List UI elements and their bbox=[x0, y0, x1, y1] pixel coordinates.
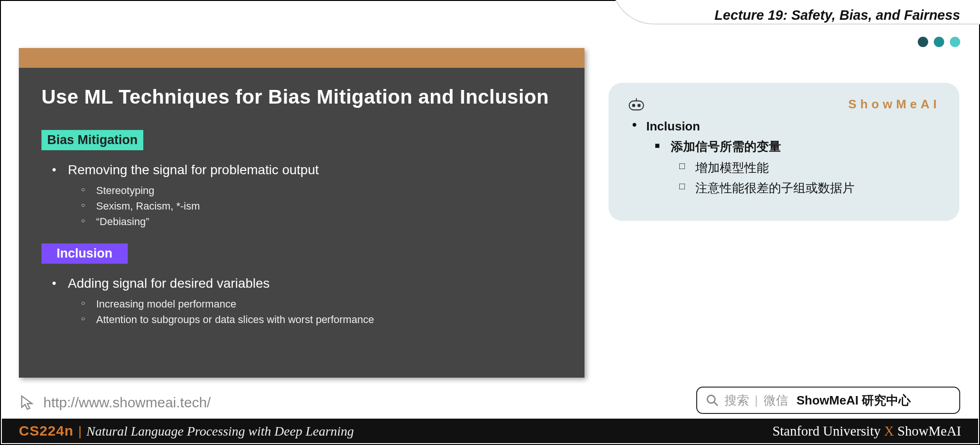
search-hint: 搜索 bbox=[725, 392, 749, 409]
section2-bullets: Adding signal for desired variables Incr… bbox=[41, 274, 562, 327]
slide-top-bar bbox=[19, 48, 585, 68]
cursor-icon bbox=[19, 394, 36, 411]
section1-bullets: Removing the signal for problematic outp… bbox=[41, 161, 562, 229]
svg-point-4 bbox=[708, 396, 715, 403]
section1-sub1: Stereotyping bbox=[68, 183, 562, 198]
section2-sub1: Increasing model performance bbox=[68, 296, 562, 312]
notes-brand: ShowMeAI bbox=[848, 97, 940, 112]
search-box[interactable]: 搜索 | 微信 ShowMeAI 研究中心 bbox=[696, 387, 960, 414]
notes-panel: ShowMeAI Inclusion 添加信号所需的变量 增加模型性能 注意性能… bbox=[609, 83, 959, 221]
section2-sub2: Attention to subgroups or data slices wi… bbox=[68, 312, 562, 327]
footer-bar: CS224n | Natural Language Processing wit… bbox=[2, 419, 978, 443]
svg-line-5 bbox=[714, 402, 718, 406]
search-bold: ShowMeAI 研究中心 bbox=[797, 392, 911, 409]
robot-icon bbox=[627, 98, 645, 111]
url-text: http://www.showmeai.tech/ bbox=[43, 395, 211, 411]
tag-bias-mitigation: Bias Mitigation bbox=[41, 130, 143, 150]
footer-university: Stanford University bbox=[773, 423, 881, 438]
search-divider: | bbox=[755, 393, 758, 408]
slide-card: Use ML Techniques for Bias Mitigation an… bbox=[19, 48, 585, 378]
slide-body: Use ML Techniques for Bias Mitigation an… bbox=[19, 68, 585, 359]
svg-point-1 bbox=[633, 104, 635, 106]
lecture-title: Lecture 19: Safety, Bias, and Fairness bbox=[715, 8, 960, 23]
slide-title: Use ML Techniques for Bias Mitigation an… bbox=[41, 86, 562, 108]
decorative-dots bbox=[918, 37, 960, 47]
svg-rect-0 bbox=[629, 101, 643, 110]
course-name: Natural Language Processing with Deep Le… bbox=[86, 424, 354, 439]
note-lvl2: 添加信号所需的变量 bbox=[627, 138, 940, 155]
svg-point-2 bbox=[638, 104, 640, 106]
course-code: CS224n bbox=[19, 423, 74, 439]
section1-sub2: Sexism, Racism, *-ism bbox=[68, 198, 562, 214]
note-lvl3b: 注意性能很差的子组或数据片 bbox=[627, 180, 940, 196]
page-frame: Lecture 19: Safety, Bias, and Fairness U… bbox=[0, 0, 980, 445]
tag-inclusion: Inclusion bbox=[41, 243, 128, 264]
section2-point: Adding signal for desired variables Incr… bbox=[41, 274, 562, 327]
section1-sub3: “Debiasing” bbox=[68, 214, 562, 229]
note-lvl3a: 增加模型性能 bbox=[627, 160, 940, 176]
search-icon bbox=[706, 394, 719, 407]
url-row: http://www.showmeai.tech/ bbox=[19, 394, 211, 411]
section1-point: Removing the signal for problematic outp… bbox=[41, 161, 562, 229]
note-lvl1: Inclusion bbox=[627, 119, 940, 134]
footer-partner: ShowMeAI bbox=[898, 423, 961, 438]
footer-pipe: | bbox=[78, 424, 82, 439]
search-wechat: 微信 bbox=[764, 392, 788, 409]
footer-x: X bbox=[884, 423, 894, 438]
